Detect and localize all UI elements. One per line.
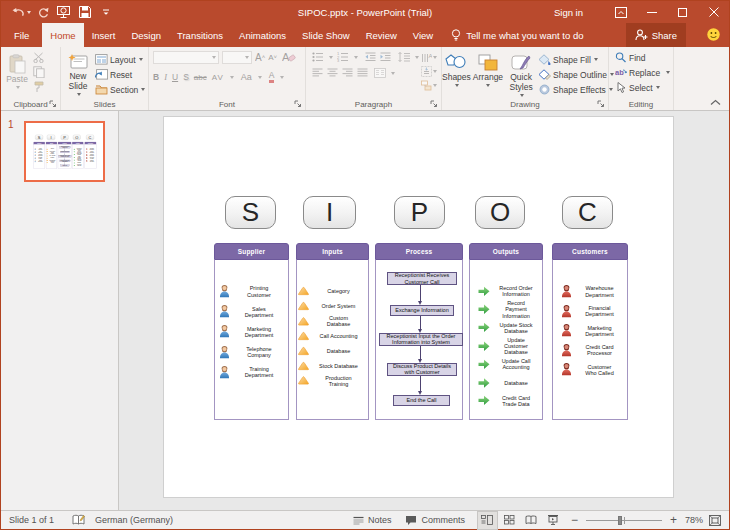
shape-fill-button[interactable]: Shape Fill (538, 53, 614, 66)
feedback-smiley-icon[interactable] (707, 27, 720, 45)
customers-item[interactable]: Warehouse Department (553, 285, 627, 298)
customers-item[interactable]: Customer Who Called (553, 363, 627, 376)
notes-button[interactable]: Notes (346, 515, 399, 525)
tab-design[interactable]: Design (123, 23, 169, 47)
line-spacing-icon[interactable] (398, 52, 410, 62)
zoom-slider[interactable] (586, 520, 662, 521)
customize-qat-button[interactable] (95, 2, 116, 22)
columns-icon[interactable] (374, 68, 386, 78)
minimize-button[interactable] (636, 1, 667, 23)
replace-button[interactable]: ab Replace (615, 66, 673, 79)
shape-outline-button[interactable]: Shape Outline (538, 68, 614, 81)
sipoc-column-outputs[interactable]: OutputsRecord Order InformationRecord Pa… (469, 243, 543, 420)
customers-item[interactable]: Marketing Department (553, 324, 627, 337)
cut-icon[interactable] (33, 52, 46, 63)
clipboard-dialog-launcher[interactable] (49, 100, 57, 108)
arrange-button[interactable]: Arrange (473, 50, 503, 97)
outputs-item[interactable]: Update Call Accounting (470, 358, 542, 370)
sipoc-column-process[interactable]: ProcessReceptionist Receives Customer Ca… (375, 243, 463, 420)
inputs-item[interactable]: Category (297, 287, 368, 296)
sipoc-letter-O[interactable]: O (475, 196, 525, 229)
inputs-item[interactable]: Production Training (297, 375, 368, 387)
supplier-item[interactable]: Training Department (215, 365, 288, 378)
process-step-2[interactable]: Exchange Information (390, 305, 454, 316)
sipoc-letter-C[interactable]: C (562, 196, 613, 229)
sipoc-column-supplier[interactable]: SupplierPrinting CustomerSales Departmen… (214, 243, 289, 420)
zoom-out-button[interactable]: − (569, 513, 580, 527)
redo-button[interactable] (32, 2, 53, 22)
align-text-button[interactable] (421, 66, 437, 77)
text-direction-button[interactable]: A (421, 52, 437, 63)
tab-file[interactable]: File (1, 23, 42, 47)
bullets-icon[interactable] (312, 52, 324, 62)
supplier-item[interactable]: Marketing Department (215, 325, 288, 338)
sipoc-letter-P[interactable]: P (394, 196, 445, 229)
copy-icon[interactable] (33, 66, 45, 78)
quick-styles-button[interactable]: Quick Styles (505, 50, 537, 97)
find-button[interactable]: Find (615, 51, 673, 64)
process-step-3[interactable]: Receptionist Input the Order Information… (379, 333, 463, 346)
customers-item[interactable]: Credit Card Processor (553, 343, 627, 356)
tab-transitions[interactable]: Transitions (169, 23, 231, 47)
tab-slide-show[interactable]: Slide Show (294, 23, 358, 47)
ribbon-display-options-button[interactable] (605, 1, 636, 23)
process-step-1[interactable]: Receptionist Receives Customer Call (387, 272, 457, 285)
tab-view[interactable]: View (405, 23, 441, 47)
italic-button[interactable]: I (164, 71, 167, 83)
format-painter-icon[interactable] (33, 81, 45, 93)
tell-me-box[interactable]: Tell me what you want to do (441, 23, 583, 47)
supplier-item[interactable]: Telephone Company (215, 345, 288, 358)
section-button[interactable]: Section (95, 83, 145, 96)
outputs-item[interactable]: Database (470, 377, 542, 388)
text-shadow-button[interactable]: S (183, 71, 189, 83)
align-left-icon[interactable] (312, 68, 323, 78)
align-right-icon[interactable] (342, 68, 353, 78)
decrease-indent-icon[interactable] (365, 52, 376, 62)
shapes-button[interactable]: Shapes (442, 50, 471, 97)
clear-formatting-icon[interactable]: A (282, 51, 296, 63)
new-slide-button[interactable]: New Slide (61, 50, 95, 96)
inputs-item[interactable]: Stock Database (297, 361, 368, 370)
shrink-font-button[interactable]: A˅ (268, 51, 277, 63)
change-case-button[interactable]: Aa (241, 71, 252, 83)
tab-review[interactable]: Review (358, 23, 405, 47)
outputs-item[interactable]: Credit Card Trade Data (470, 395, 542, 407)
tab-animations[interactable]: Animations (231, 23, 294, 47)
supplier-item[interactable]: Printing Customer (215, 285, 288, 298)
maximize-button[interactable] (667, 1, 698, 23)
supplier-item[interactable]: Sales Department (215, 305, 288, 318)
process-step-5[interactable]: End the Call (393, 395, 450, 406)
slide-thumbnail[interactable]: SSupplierPrinting CustomerSales Departme… (24, 121, 105, 182)
slide-canvas[interactable]: SSupplierPrinting CustomerSales Departme… (164, 117, 673, 497)
outputs-item[interactable]: Record Payment Information (470, 300, 542, 318)
zoom-in-button[interactable]: + (668, 513, 679, 527)
customers-item[interactable]: Financial Department (553, 304, 627, 317)
character-spacing-button[interactable]: AV (212, 71, 224, 83)
process-step-4[interactable]: Discuss Product Details with Customer (387, 363, 457, 376)
sipoc-letter-I[interactable]: I (303, 196, 356, 229)
language-indicator[interactable]: German (Germany) (89, 515, 173, 525)
increase-indent-icon[interactable] (380, 52, 391, 62)
drawing-dialog-launcher[interactable] (597, 100, 605, 108)
close-button[interactable] (698, 1, 729, 23)
reading-view-button[interactable] (522, 512, 541, 529)
sign-in-link[interactable]: Sign in (554, 7, 583, 18)
tab-home[interactable]: Home (42, 23, 83, 47)
layout-button[interactable]: Layout (95, 53, 145, 66)
font-name-combo[interactable] (153, 51, 219, 64)
numbering-icon[interactable]: 1 2 3 (337, 52, 349, 62)
grow-font-button[interactable]: A˄ (255, 51, 265, 63)
comments-button[interactable]: Comments (398, 515, 472, 526)
inputs-item[interactable]: Order System (297, 301, 368, 310)
convert-to-smartart-button[interactable] (421, 80, 437, 91)
tab-insert[interactable]: Insert (84, 23, 124, 47)
outputs-item[interactable]: Update Stock Database (470, 321, 542, 333)
undo-button[interactable] (11, 2, 32, 22)
spell-check-icon[interactable] (72, 514, 85, 526)
share-button[interactable]: Share (626, 23, 686, 47)
zoom-level[interactable]: 78% (679, 515, 709, 525)
normal-view-button[interactable] (478, 512, 497, 529)
slide-show-button[interactable] (544, 512, 563, 529)
justify-icon[interactable] (357, 68, 368, 78)
save-button[interactable] (74, 2, 95, 22)
